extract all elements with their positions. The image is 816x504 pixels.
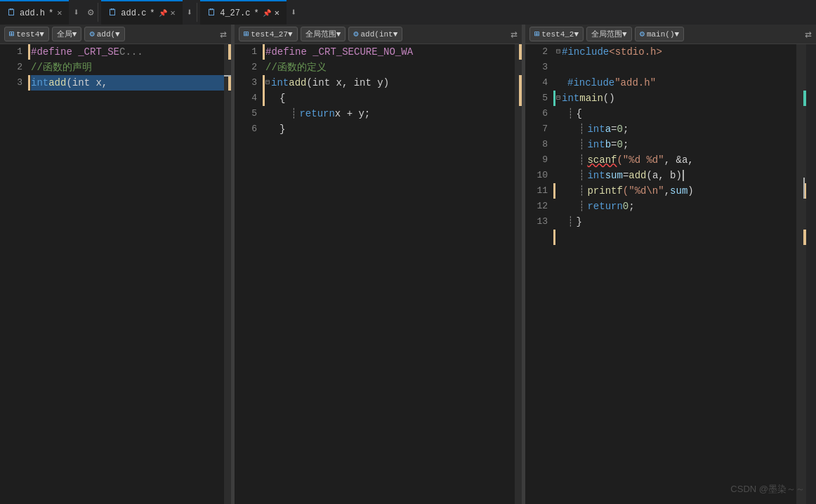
token-3-9-1: scanf [587, 152, 617, 168]
func-selector-2[interactable]: ⚙ add(int▼ [348, 27, 402, 41]
func-icon-2: ⚙ [353, 29, 358, 39]
token-3-10-1: int [587, 168, 605, 183]
code-body-4-27-c[interactable]: ⊟ #include <stdio.h> #include "add.h" ⊟ [556, 44, 796, 504]
token-3-11-3: , [664, 183, 670, 199]
scope-label-3: 全局范围▼ [591, 29, 627, 39]
pane1-gear[interactable]: ⚙ [84, 0, 98, 25]
code-line-1-1: #define _CRT_SEC... [31, 44, 224, 60]
token-3-10-2: sum [605, 168, 623, 183]
tab-pin-4-27-c[interactable]: 📌 [263, 9, 271, 18]
linenum-1-2: 2 [0, 60, 22, 75]
token-3-8-2: b [605, 137, 611, 152]
change-bar-3-13 [553, 230, 555, 245]
file-icon-add-c: 🗒 [108, 8, 117, 18]
file-icon-add-h: 🗒 [7, 8, 16, 18]
indent-guide-3-12: ┊ [579, 199, 584, 214]
indent-guide-3-9: ┊ [579, 152, 584, 168]
func-label-1: add(▼ [97, 30, 120, 39]
token-3-2-2: <stdio.h> [609, 44, 662, 60]
editor-pane-add-h: ⊞ test4▼ 全局▼ ⚙ add(▼ ⇄ 1 2 3 [0, 25, 232, 504]
token-2-3-2: add [289, 75, 306, 91]
tab-modified-add-h: * [48, 8, 53, 18]
change-bar-3-10 [553, 183, 555, 199]
pane1-settings[interactable]: ⬇ [69, 0, 83, 25]
fold-icon-3-2[interactable]: ⊟ [556, 44, 560, 60]
line-numbers-add-c: 1 2 3 4 5 6 [235, 44, 263, 504]
token-2-3-1: int [271, 75, 289, 91]
toolbar-4-27-c: ⊞ test4_2▼ 全局范围▼ ⚙ main()▼ ⇄ [525, 25, 816, 44]
workspace-icon-2: ⊞ [244, 29, 249, 39]
fold-icon-3-5[interactable]: ⊟ [556, 91, 560, 106]
tab-close-add-h[interactable]: ✕ [57, 8, 62, 18]
token-3-7-4: 0 [617, 121, 622, 137]
workspace-label-3: test4_2▼ [541, 30, 579, 39]
change-bar-1-3 [28, 75, 30, 91]
scrollbar-add-h[interactable] [224, 44, 231, 504]
tab-pin-add-c[interactable]: 📌 [159, 9, 167, 18]
code-line-3-12: ┊ return 0 ; [556, 199, 796, 214]
linenum-3-5: 5 [525, 91, 548, 106]
linenum-1-1: 1 [0, 44, 22, 60]
split-btn-3[interactable]: ⇄ [805, 27, 812, 41]
pane3-settings[interactable]: ⬇ [287, 0, 301, 25]
token-2-4-1: { [279, 91, 285, 106]
token-2-1-1: #define _CRT_SECURE_NO_WA [265, 44, 413, 60]
linenum-1-3: 3 [0, 75, 22, 91]
tab-add-c[interactable]: 🗒 add.c * 📌 ✕ [101, 0, 182, 25]
code-body-add-h[interactable]: #define _CRT_SEC... //函数的声明 int add(int … [31, 44, 224, 504]
scope-selector-3[interactable]: 全局范围▼ [586, 27, 632, 41]
linenum-3-12: 12 [525, 199, 548, 214]
token-1-3-2: add [48, 75, 66, 91]
token-3-4-1: #include [567, 75, 614, 91]
linenum-2-4: 4 [235, 91, 257, 106]
workspace-selector-2[interactable]: ⊞ test4_27▼ [239, 27, 298, 41]
code-body-add-c[interactable]: #define _CRT_SECURE_NO_WA //函数的定义 ⊟ int … [265, 44, 515, 504]
tab-close-4-27-c[interactable]: ✕ [275, 8, 279, 18]
scope-label-1: 全局▼ [57, 29, 77, 39]
linenum-3-8: 8 [525, 137, 548, 152]
code-line-3-2: ⊟ #include <stdio.h> [556, 44, 796, 60]
scope-label-2: 全局范围▼ [305, 29, 341, 39]
tab-close-add-c[interactable]: ✕ [171, 8, 176, 18]
minimap-bar-3-13 [803, 230, 806, 245]
indent-guide-2-5: ┊ [291, 106, 296, 121]
split-btn-1[interactable]: ⇄ [220, 27, 227, 41]
split-btn-2[interactable]: ⇄ [511, 27, 518, 41]
fold-icon-2-3[interactable]: ⊟ [265, 75, 270, 91]
token-3-5-1: int [562, 91, 579, 106]
func-selector-1[interactable]: ⚙ add(▼ [84, 27, 124, 41]
token-3-9-3: , &a, [664, 152, 694, 168]
code-line-3-3 [556, 60, 796, 75]
linenum-3-6: 6 [525, 106, 548, 121]
code-line-3-10: ┊ int sum = add (a, b) [556, 168, 796, 183]
func-selector-3[interactable]: ⚙ main()▼ [635, 27, 684, 41]
global-tab-bar: 🗒 add.h * ✕ ⬇ ⚙ 🗒 add.c * 📌 ✕ ⬇ 🗒 4_27.c… [0, 0, 816, 25]
tab-add-h[interactable]: 🗒 add.h * ✕ [0, 0, 69, 25]
token-3-11-4: sum [670, 183, 687, 199]
scope-selector-2[interactable]: 全局范围▼ [301, 27, 346, 41]
code-line-2-1: #define _CRT_SECURE_NO_WA [265, 44, 515, 60]
code-line-3-6: ┊ { [556, 106, 796, 121]
token-3-10-4: add [629, 168, 646, 183]
indent-guide-3-10: ┊ [579, 168, 584, 183]
code-line-2-2: //函数的定义 [265, 60, 515, 75]
token-3-12-1: return [587, 199, 622, 214]
workspace-label-1: test4▼ [16, 30, 44, 39]
tab-4-27-c[interactable]: 🗒 4_27.c * 📌 ✕ [200, 0, 287, 25]
scope-selector-1[interactable]: 全局▼ [52, 27, 82, 41]
scrollbar-4-27-c[interactable] [796, 44, 806, 504]
scroll-thumb-1 [224, 75, 231, 77]
token-1-3-3: (int x, [66, 75, 107, 91]
scrollbar-add-c[interactable] [515, 44, 522, 504]
editor-pane-4-27-c: ⊞ test4_2▼ 全局范围▼ ⚙ main()▼ ⇄ 2 3 4 5 [525, 25, 816, 504]
token-1-1-1: #define _CRT_SEC... [31, 44, 143, 60]
token-3-10-5: (a, b) [647, 168, 682, 183]
func-icon-3: ⚙ [640, 29, 645, 39]
workspace-selector-1[interactable]: ⊞ test4▼ [4, 27, 49, 41]
workspace-selector-3[interactable]: ⊞ test4_2▼ [529, 27, 584, 41]
code-line-2-5: ┊ return x + y; [265, 106, 515, 121]
change-bar-3-5 [553, 91, 555, 106]
linenum-2-1: 1 [235, 44, 257, 60]
linenum-2-6: 6 [235, 121, 257, 137]
pane2-settings[interactable]: ⬇ [183, 0, 197, 25]
